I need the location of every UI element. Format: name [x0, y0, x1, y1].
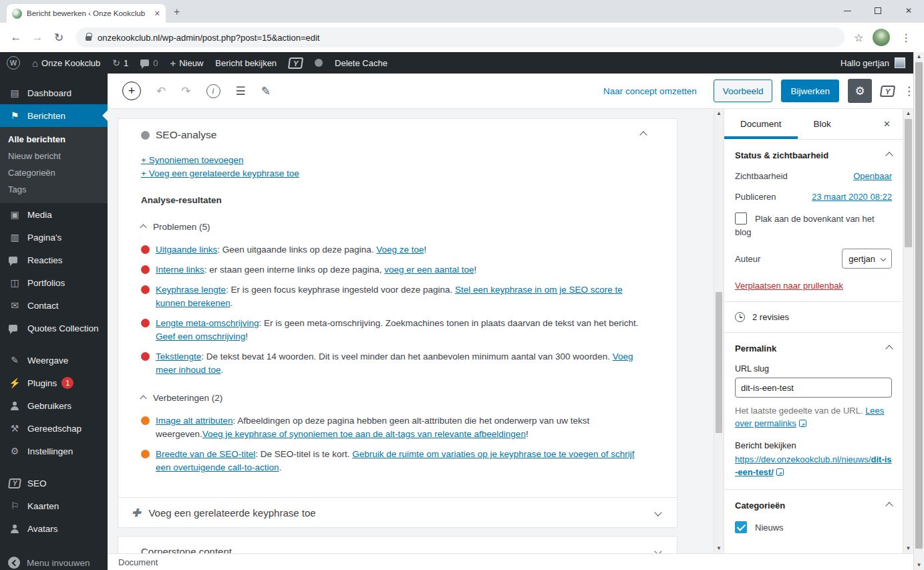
sidebar-item-portfolios[interactable]: Portfolios [0, 271, 108, 294]
improvement-action-link[interactable]: Voeg je keyphrase of synoniemen toe aan … [202, 429, 526, 439]
sidebar-item-dashboard[interactable]: Dashboard [0, 82, 108, 104]
status-panel-header[interactable]: Status & zichtbaarheid [735, 150, 892, 160]
yoast-toolbar-button[interactable] [881, 86, 895, 97]
problem-action-link[interactable]: voeg er een aantal toe [384, 265, 474, 275]
sidebar-item-seo[interactable]: SEO [0, 472, 108, 494]
improvement-link[interactable]: Image alt attributen [156, 416, 233, 426]
admin-bar-view-post[interactable]: Bericht bekijken [215, 58, 277, 68]
admin-bar-comments[interactable]: 0 [140, 58, 158, 68]
scroll-up-icon[interactable]: ▲ [903, 109, 913, 118]
admin-bar-site-name[interactable]: Onze Kookclub [32, 57, 100, 69]
revisions-row[interactable]: 2 revisies [724, 302, 903, 333]
submenu-all-posts[interactable]: Alle berichten [0, 131, 108, 148]
block-navigation-icon[interactable] [236, 84, 246, 98]
back-button[interactable]: ← [5, 31, 27, 44]
update-button[interactable]: Bijwerken [781, 80, 839, 102]
related-keyphrase-panel[interactable]: Voeg een gerelateerde keyphrase toe [118, 497, 677, 528]
sidebar-collapse-menu[interactable]: Menu invouwen [0, 551, 108, 570]
scrollbar-thumb[interactable] [716, 292, 722, 433]
breadcrumb[interactable]: Document [118, 557, 158, 567]
view-post-url-link[interactable]: https://dev.onzekookclub.nl/nieuws/dit-i… [735, 453, 892, 478]
wp-logo-icon[interactable] [7, 56, 20, 69]
redo-icon[interactable] [181, 84, 190, 98]
window-close-button[interactable]: ✕ [893, 0, 924, 21]
tab-block[interactable]: Blok [798, 109, 847, 139]
admin-bar-yoast[interactable] [289, 57, 303, 69]
tab-close-icon[interactable]: ✕ [154, 9, 160, 18]
problem-link[interactable]: Tekstlengte [156, 351, 201, 362]
admin-bar-delete-cache[interactable]: Delete Cache [335, 58, 388, 68]
content-scrollbar[interactable]: ▲ ▼ [714, 109, 724, 553]
add-related-keyphrase-link[interactable]: + Voeg een gerelateerde keyphrase toe [141, 167, 299, 180]
problems-section-header[interactable]: Problemen (5) [141, 221, 639, 234]
tab-document[interactable]: Document [724, 109, 798, 139]
browser-tab[interactable]: Bericht bewerken ‹ Onze Kookclub ✕ [7, 4, 166, 23]
problem-link[interactable]: Lengte meta-omschrijving [156, 318, 259, 328]
sidebar-item-pages[interactable]: Pagina's [0, 226, 108, 249]
chevron-up-icon[interactable] [639, 131, 647, 138]
visibility-value-link[interactable]: Openbaar [853, 171, 892, 181]
sidebar-item-plugins[interactable]: Plugins1 [0, 372, 108, 394]
address-bar[interactable]: onzekookclub.nl/wp-admin/post.php?post=1… [76, 27, 844, 47]
window-minimize-button[interactable] [832, 0, 863, 21]
move-to-trash-link[interactable]: Verplaatsen naar prullenbak [735, 281, 843, 291]
sidebar-item-users[interactable]: Gebruikers [0, 394, 108, 417]
problem-action-link[interactable]: Voeg ze toe [376, 245, 424, 255]
sidebar-item-comments[interactable]: Reacties [0, 249, 108, 271]
window-maximize-button[interactable] [863, 0, 893, 21]
forward-button[interactable]: → [27, 31, 48, 44]
browser-profile-avatar[interactable] [873, 29, 890, 46]
sidebar-item-settings[interactable]: Instellingen [0, 440, 108, 462]
block-inserter-button[interactable] [122, 82, 141, 100]
problem-link[interactable]: Uitgaande links [156, 245, 217, 255]
add-synonyms-link[interactable]: + Synoniemen toevoegen [141, 154, 244, 167]
sidebar-item-maps[interactable]: Kaarten [0, 494, 108, 517]
submenu-categories[interactable]: Categorieën [0, 164, 108, 181]
publish-date-link[interactable]: 23 maart 2020 08:22 [812, 192, 892, 202]
category-checkbox-checked[interactable] [735, 521, 747, 533]
admin-bar-plugin-dot[interactable] [315, 59, 323, 67]
sidebar-item-tools[interactable]: Gereedschap [0, 417, 108, 440]
page-scrollbar[interactable]: ▲ ▼ [913, 52, 924, 570]
scroll-down-icon[interactable]: ▼ [914, 561, 924, 570]
switch-to-draft-link[interactable]: Naar concept omzetten [603, 86, 697, 96]
cornerstone-panel[interactable]: Cornerstone content [118, 536, 677, 553]
admin-bar-new[interactable]: Nieuw [170, 57, 203, 69]
new-tab-button[interactable]: + [174, 7, 180, 17]
sidebar-item-quotes[interactable]: Quotes Collection [0, 317, 108, 339]
seo-analysis-header[interactable]: SEO-analyse [118, 119, 677, 150]
scroll-up-icon[interactable]: ▲ [914, 52, 924, 61]
sidebar-item-appearance[interactable]: Weergave [0, 349, 108, 372]
sidebar-item-posts[interactable]: Berichten [0, 104, 108, 127]
permalink-panel-header[interactable]: Permalink [735, 343, 892, 353]
sidebar-item-avatars[interactable]: Avatars [0, 517, 108, 540]
improvements-section-header[interactable]: Verbeteringen (2) [141, 392, 639, 405]
scroll-down-icon[interactable]: ▼ [714, 544, 724, 553]
scroll-up-icon[interactable]: ▲ [714, 109, 724, 118]
sidebar-scrollbar[interactable]: ▲ ▼ [903, 109, 913, 553]
problem-action-link[interactable]: Geef een omschrijving [156, 331, 245, 341]
scroll-down-icon[interactable]: ▼ [903, 544, 913, 553]
undo-icon[interactable] [156, 84, 166, 98]
sticky-checkbox[interactable] [735, 212, 747, 225]
problem-link[interactable]: Keyphrase lengte [156, 285, 226, 295]
admin-bar-updates[interactable]: 1 [112, 57, 128, 68]
browser-menu-icon[interactable]: ⋮ [899, 31, 913, 44]
submenu-new-post[interactable]: Nieuw bericht [0, 148, 108, 164]
preview-button[interactable]: Voorbeeld [714, 80, 773, 102]
reload-button[interactable]: ↻ [48, 31, 69, 45]
sidebar-item-media[interactable]: Media [0, 203, 108, 226]
sidebar-item-contact[interactable]: Contact [0, 294, 108, 317]
admin-bar-account[interactable]: Hallo gertjan [840, 57, 905, 68]
edit-mode-icon[interactable] [261, 84, 271, 98]
close-sidebar-icon[interactable]: ✕ [871, 109, 903, 139]
url-slug-input[interactable] [735, 378, 892, 398]
author-select[interactable]: gertjan [842, 249, 892, 269]
bookmark-star-icon[interactable]: ☆ [854, 31, 863, 44]
scrollbar-thumb[interactable] [905, 119, 912, 247]
scrollbar-thumb[interactable] [915, 62, 923, 549]
categories-panel-header[interactable]: Categorieën [735, 501, 892, 511]
submenu-tags[interactable]: Tags [0, 181, 108, 198]
content-info-button[interactable] [206, 84, 220, 98]
improvement-link[interactable]: Breedte van de SEO-titel [156, 449, 255, 459]
